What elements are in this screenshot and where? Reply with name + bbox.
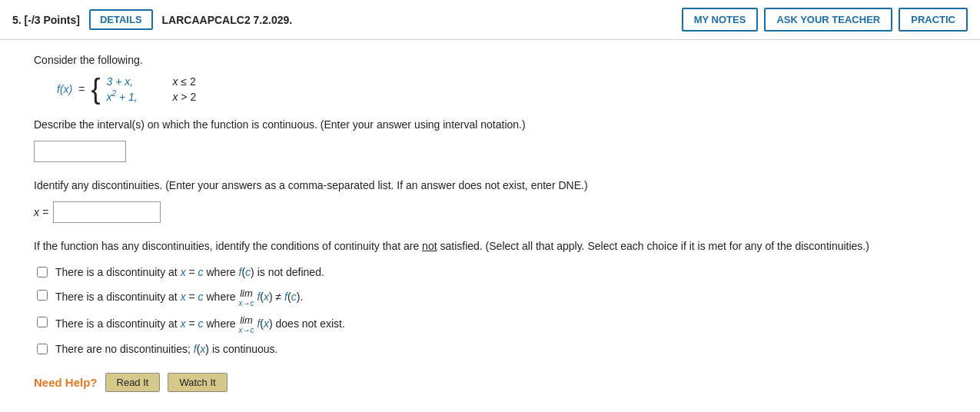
checkbox-item-2: There is a discontinuity at x = c where … (37, 288, 965, 307)
discontinuity-input[interactable] (53, 201, 161, 223)
details-button[interactable]: DETAILS (89, 9, 153, 30)
case2-cond: x > 2 (172, 91, 196, 103)
x-equals-row: x = (34, 201, 965, 223)
case-row-2: x2 + 1, x > 2 (106, 89, 196, 103)
lim-notation-2: lim x→c (239, 288, 254, 307)
watch-it-button[interactable]: Watch It (168, 373, 227, 392)
main-content: Consider the following. f(x) = { 3 + x, … (0, 40, 980, 407)
my-notes-button[interactable]: MY NOTES (682, 8, 759, 32)
header-right-buttons: MY NOTES ASK YOUR TEACHER PRACTIC (682, 8, 968, 32)
case2-expr: x2 + 1, (106, 89, 160, 103)
checkbox-2[interactable] (37, 290, 48, 301)
checkbox-list: There is a discontinuity at x = c where … (37, 265, 965, 357)
equals-sign: = (78, 83, 85, 95)
ask-teacher-button[interactable]: ASK YOUR TEACHER (764, 8, 892, 32)
case1-cond: x ≤ 2 (172, 75, 195, 88)
function-display: f(x) = { 3 + x, x ≤ 2 x2 + 1, x > 2 (57, 75, 965, 103)
checkbox-label-1: There is a discontinuity at x = c where … (55, 265, 324, 281)
interval-input[interactable] (34, 141, 126, 162)
checkbox-item-1: There is a discontinuity at x = c where … (37, 265, 965, 281)
identify-prompt: Identify any discontinuities. (Enter you… (34, 178, 965, 194)
checkbox-label-4: There are no discontinuities; f(x) is co… (55, 342, 278, 357)
consider-text: Consider the following. (34, 54, 965, 66)
need-help-label: Need Help? (34, 376, 98, 389)
function-label: f(x) (57, 83, 72, 95)
checkbox-4[interactable] (37, 344, 48, 354)
case-row-1: 3 + x, x ≤ 2 (106, 75, 196, 88)
checkbox-3[interactable] (37, 317, 48, 327)
checkbox-1[interactable] (37, 267, 48, 277)
need-help-section: Need Help? Read It Watch It (34, 373, 965, 392)
x-label: x = (34, 206, 48, 218)
checkbox-label-3: There is a discontinuity at x = c where … (55, 315, 345, 334)
practice-button[interactable]: PRACTIC (899, 8, 968, 32)
lim-notation-3: lim x→c (239, 315, 254, 334)
piecewise-brace: { (91, 75, 100, 103)
conditions-prompt: If the function has any discontinuities,… (34, 238, 965, 254)
not-word: not (422, 240, 437, 252)
read-it-button[interactable]: Read It (105, 373, 161, 392)
header: 5. [-/3 Points] DETAILS LARCAAPCALC2 7.2… (0, 0, 980, 40)
problem-id: LARCAAPCALC2 7.2.029. (162, 14, 673, 26)
case1-expr: 3 + x, (106, 75, 160, 88)
piecewise-cases: 3 + x, x ≤ 2 x2 + 1, x > 2 (106, 75, 196, 103)
points-label: 5. [-/3 Points] (12, 14, 80, 26)
checkbox-item-3: There is a discontinuity at x = c where … (37, 315, 965, 334)
describe-prompt: Describe the interval(s) on which the fu… (34, 117, 965, 133)
checkbox-label-2: There is a discontinuity at x = c where … (55, 288, 303, 307)
checkbox-item-4: There are no discontinuities; f(x) is co… (37, 342, 965, 357)
